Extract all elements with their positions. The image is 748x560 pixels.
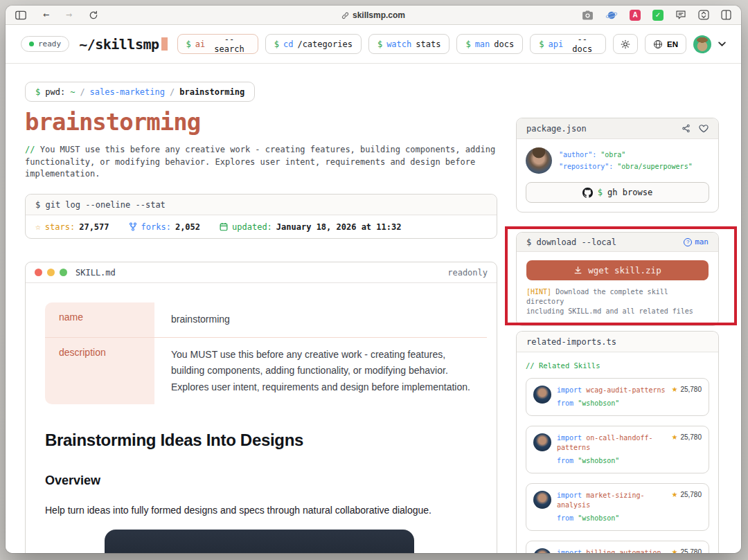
git-command: $ git log --oneline --stat bbox=[35, 200, 166, 210]
close-traffic-icon[interactable] bbox=[35, 269, 42, 276]
related-skill-card[interactable]: import billing-automation from "wshobson… bbox=[526, 541, 709, 553]
wget-label: wget skill.zip bbox=[588, 265, 661, 276]
breadcrumb-category-link[interactable]: sales-marketing bbox=[90, 87, 165, 97]
breadcrumb: $ pwd: ~ / sales-marketing / brainstormi… bbox=[25, 82, 255, 102]
from-line: from "wshobson" bbox=[557, 514, 666, 523]
theme-toggle-button[interactable] bbox=[613, 34, 638, 54]
skill-code: import on-call-handoff-patterns from "ws… bbox=[557, 433, 666, 466]
planet-extension-icon[interactable] bbox=[605, 10, 618, 21]
package-filename: package.json bbox=[526, 124, 587, 134]
check-glyph: ✓ bbox=[655, 12, 661, 19]
hint-tag: [HINT] bbox=[526, 288, 551, 296]
page-settings-icon[interactable] bbox=[698, 10, 709, 20]
maximize-traffic-icon[interactable] bbox=[60, 269, 67, 276]
skill-author-avatar bbox=[533, 548, 551, 553]
breadcrumb-home-link[interactable]: ~ bbox=[70, 87, 75, 97]
back-icon[interactable]: ← bbox=[43, 10, 49, 20]
logo-text: ~/skillsmp bbox=[79, 36, 159, 53]
sidebar-toggle-icon[interactable] bbox=[15, 10, 26, 20]
forks-value: 2,052 bbox=[175, 222, 200, 232]
import-line: import market-sizing-analysis bbox=[557, 491, 666, 510]
share-icon[interactable] bbox=[682, 124, 691, 133]
skill-editor-panel: SKILL.md readonly name brainstorming des… bbox=[25, 262, 497, 553]
from-line: from "wshobson" bbox=[557, 399, 666, 408]
skill-name-link[interactable]: billing-automation bbox=[586, 549, 661, 553]
download-panel-body: wget skill.zip [HINT] Download the compl… bbox=[517, 252, 718, 325]
repository-value[interactable]: "obra/superpowers" bbox=[617, 163, 692, 170]
author-row: "author": "obra" "repository": "obra/sup… bbox=[526, 147, 709, 174]
frontmatter-table: name brainstorming description You MUST … bbox=[45, 302, 492, 404]
editor-filename: SKILL.md bbox=[75, 268, 116, 278]
related-panel-body: // Related Skills import wcag-audit-patt… bbox=[517, 352, 718, 553]
updated-value: January 18, 2026 at 11:32 bbox=[276, 222, 402, 232]
related-comment: // Related Skills bbox=[526, 361, 709, 371]
nav-docs-button[interactable]: $mandocs bbox=[456, 34, 523, 54]
git-panel-body: ☆ stars: 27,577 forks: 2,052 updated: Ja… bbox=[26, 215, 497, 238]
calendar-icon bbox=[220, 222, 228, 231]
package-header-icons bbox=[682, 124, 709, 133]
breadcrumb-current: brainstorming bbox=[179, 87, 244, 97]
url-text: skillsmp.com bbox=[353, 10, 405, 20]
skill-stars: ★25,780 bbox=[671, 386, 702, 408]
page-title: brainstorming bbox=[25, 108, 200, 136]
package-panel-body: "author": "obra" "repository": "obra/sup… bbox=[517, 139, 718, 212]
link-icon bbox=[341, 12, 349, 19]
skill-code: import billing-automation from "wshobson… bbox=[557, 548, 666, 553]
translate-extension-icon[interactable]: A bbox=[630, 10, 641, 21]
star-icon: ★ bbox=[671, 433, 677, 466]
updated-stat: updated: January 18, 2026 at 11:32 bbox=[220, 222, 401, 232]
site-logo[interactable]: ~/skillsmp bbox=[79, 36, 167, 53]
split-view-icon[interactable] bbox=[721, 10, 731, 20]
address-bar[interactable]: skillsmp.com bbox=[341, 6, 405, 25]
nav-categories-button[interactable]: $cd/categories bbox=[265, 34, 362, 54]
related-skill-card[interactable]: import wcag-audit-patterns from "wshobso… bbox=[526, 378, 709, 416]
skill-code: import wcag-audit-patterns from "wshobso… bbox=[557, 386, 666, 408]
browse-prompt: $ bbox=[598, 188, 603, 197]
browser-window: ← → skillsmp.com A ✓ bbox=[6, 6, 741, 553]
related-skill-card[interactable]: import market-sizing-analysis from "wsho… bbox=[526, 483, 709, 531]
skill-code: import market-sizing-analysis from "wsho… bbox=[557, 491, 666, 523]
forks-stat: forks: 2,052 bbox=[129, 222, 200, 232]
comment-bubble-icon[interactable] bbox=[675, 10, 686, 20]
wget-download-button[interactable]: wget skill.zip bbox=[526, 260, 709, 280]
star-icon: ★ bbox=[671, 548, 677, 553]
repository-key: "repository": bbox=[559, 163, 613, 170]
skill-name-link[interactable]: wcag-audit-patterns bbox=[586, 386, 665, 394]
skill-author-avatar bbox=[533, 491, 551, 509]
favorite-heart-icon[interactable] bbox=[699, 124, 709, 133]
reload-icon[interactable] bbox=[89, 10, 98, 20]
download-command: $ download --local bbox=[526, 237, 616, 247]
fork-icon bbox=[129, 222, 137, 231]
download-hint: [HINT] Download the complete skill direc… bbox=[526, 287, 709, 316]
stars-stat: ☆ stars: 27,577 bbox=[35, 222, 109, 232]
author-value[interactable]: "obra" bbox=[600, 151, 625, 159]
import-line: import on-call-handoff-patterns bbox=[557, 433, 666, 453]
author-key: "author": bbox=[559, 151, 596, 159]
minimize-traffic-icon[interactable] bbox=[47, 269, 55, 276]
breadcrumb-prompt: $ bbox=[35, 87, 40, 97]
forward-icon[interactable]: → bbox=[66, 10, 72, 20]
nav-stats-button[interactable]: $watchstats bbox=[368, 34, 449, 54]
related-filename: related-imports.ts bbox=[526, 337, 616, 347]
man-link[interactable]: ? man bbox=[684, 237, 709, 246]
git-stats-panel: $ git log --oneline --stat ☆ stars: 27,5… bbox=[25, 194, 497, 239]
nav-api-docs-button[interactable]: $api--docs bbox=[530, 34, 606, 54]
author-avatar[interactable] bbox=[526, 147, 552, 174]
from-line: from "wshobson" bbox=[557, 456, 666, 466]
browse-label: gh browse bbox=[607, 188, 652, 197]
user-avatar[interactable] bbox=[693, 35, 711, 53]
updated-label: updated: bbox=[232, 222, 272, 232]
chevron-down-icon[interactable] bbox=[718, 42, 726, 46]
screenshot-icon[interactable] bbox=[582, 10, 594, 20]
checkmark-extension-icon[interactable]: ✓ bbox=[652, 10, 664, 21]
related-skill-card[interactable]: import on-call-handoff-patterns from "ws… bbox=[526, 426, 709, 473]
nav-ai-search-button[interactable]: $ai--search bbox=[177, 34, 258, 54]
star-icon: ★ bbox=[671, 491, 677, 523]
skill-author-avatar bbox=[533, 433, 551, 451]
language-button[interactable]: EN bbox=[645, 34, 686, 54]
gh-browse-button[interactable]: $ gh browse bbox=[526, 182, 709, 203]
skill-author-avatar bbox=[533, 386, 551, 404]
skill-stars: ★25,780 bbox=[671, 491, 702, 523]
related-panel-header: related-imports.ts bbox=[517, 332, 718, 352]
frontmatter-key: name bbox=[45, 302, 154, 337]
